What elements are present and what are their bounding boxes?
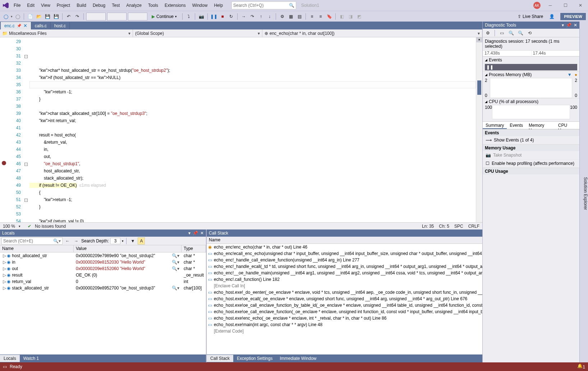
zoom-in-icon[interactable]: 🔍 bbox=[507, 29, 515, 37]
take-snapshot-link[interactable]: 📷Take Snapshot bbox=[483, 151, 579, 159]
callstack-row[interactable]: ▭echo_host.exe!oe_call_enclave_function_… bbox=[207, 302, 482, 309]
callstack-row[interactable]: ▭echo_enc!__oe_handle_main(unsigned __in… bbox=[207, 270, 482, 276]
close-icon[interactable]: ✕ bbox=[200, 231, 204, 236]
callstack-row[interactable]: ◉echo_enc!enc_echo(char * in, char * out… bbox=[207, 244, 482, 250]
search-input[interactable]: Search (Ctrl+Q) 🔍 bbox=[231, 1, 296, 9]
user-avatar[interactable]: AK bbox=[533, 2, 541, 9]
nav-next-icon[interactable]: → bbox=[73, 237, 80, 245]
highlight-icon[interactable]: A bbox=[138, 237, 145, 245]
continue-button[interactable]: ▶ Continue ▾ bbox=[149, 13, 180, 20]
step-icon[interactable]: ⤵ bbox=[185, 13, 192, 20]
mark-b-icon[interactable]: ◨ bbox=[347, 13, 354, 20]
pin-icon[interactable]: 📌 bbox=[17, 24, 21, 28]
pin-icon[interactable]: 📌 bbox=[193, 231, 198, 236]
menu-view[interactable]: View bbox=[38, 1, 53, 9]
config-dropdown[interactable] bbox=[86, 13, 106, 20]
menu-file[interactable]: File bbox=[11, 1, 23, 9]
menu-help[interactable]: Help bbox=[211, 1, 226, 9]
diag-tab-events[interactable]: Events bbox=[507, 122, 526, 129]
maximize-button[interactable]: ☐ bbox=[560, 2, 571, 9]
filter-down-icon[interactable]: ▼ bbox=[568, 72, 572, 77]
step-over-icon[interactable]: ↷ bbox=[249, 13, 256, 20]
menu-project[interactable]: Project bbox=[54, 1, 73, 9]
open-icon[interactable]: 📂 bbox=[35, 13, 42, 20]
notifications-icon[interactable]: 🔔1 bbox=[577, 363, 585, 370]
tab-exception[interactable]: Exception Settings bbox=[233, 355, 276, 362]
minimize-button[interactable]: ─ bbox=[545, 2, 556, 9]
diag-tab-cpu[interactable]: CPU Usage bbox=[555, 122, 579, 129]
callstack-row[interactable]: ▭echo_host.exe!enc_echo(_oe_enclave * en… bbox=[207, 315, 482, 321]
callstack-row[interactable]: ▭echo_enc!ecall_enc_echo(unsigned char *… bbox=[207, 250, 482, 257]
nav-fwd-icon[interactable]: ◯ bbox=[14, 13, 21, 20]
locals-row[interactable]: ▷◉ stack_allocated_str0x00000209e8952700… bbox=[0, 285, 206, 291]
target-dropdown[interactable] bbox=[128, 13, 147, 20]
live-share-button[interactable]: ⇪ Live Share bbox=[518, 14, 543, 19]
callstack-row[interactable]: [External Code] bbox=[207, 328, 482, 334]
locals-row[interactable]: ▷◉ host_allocated_str0x00000209e7989e90 … bbox=[0, 252, 206, 259]
close-icon[interactable]: ✕ bbox=[574, 23, 577, 28]
menu-edit[interactable]: Edit bbox=[24, 1, 37, 9]
filter-icon[interactable]: ▼ bbox=[129, 237, 136, 245]
zoom-level[interactable]: 100 % bbox=[3, 224, 15, 229]
zoom-out-icon[interactable]: 🔍 bbox=[517, 29, 524, 37]
select-tool-icon[interactable]: ▭ bbox=[498, 29, 505, 37]
locals-row[interactable]: ▷◉ resultOE_OK (0)_oe_result bbox=[0, 272, 206, 278]
save-icon[interactable]: 💾 bbox=[44, 13, 51, 20]
run-to-icon[interactable]: ↓ bbox=[266, 13, 273, 20]
tab-callstack[interactable]: Call Stack bbox=[207, 355, 233, 362]
dropdown-icon[interactable]: ▾ bbox=[188, 231, 190, 236]
callstack-row[interactable]: ▭echo_enc!_handle_call_enclave_function(… bbox=[207, 257, 482, 263]
menu-extensions[interactable]: Extensions bbox=[162, 1, 189, 9]
nav-prev-icon[interactable]: ← bbox=[64, 237, 71, 245]
menu-analyze[interactable]: Analyze bbox=[123, 1, 144, 9]
mark-a-icon[interactable]: ◧ bbox=[338, 13, 345, 20]
close-button[interactable]: ✕ bbox=[575, 2, 586, 9]
tool-c-icon[interactable]: ▤ bbox=[296, 13, 303, 20]
close-tab-icon[interactable]: ✕ bbox=[23, 23, 27, 28]
nav-scope[interactable]: (Global Scope)▾ bbox=[133, 29, 262, 37]
editor-scrollbar[interactable]: ▴ bbox=[476, 37, 482, 222]
save-all-icon[interactable]: 💾 bbox=[52, 13, 60, 20]
platform-dropdown[interactable] bbox=[107, 13, 127, 20]
locals-row[interactable]: ▷◉ return_val0int bbox=[0, 278, 206, 285]
heap-profiling-link[interactable]: ☐Enable heap profiling (affects performa… bbox=[483, 159, 579, 168]
nav-back-icon[interactable]: ◯ bbox=[2, 13, 9, 20]
preview-button[interactable]: PREVIEW bbox=[560, 13, 586, 20]
tab-locals[interactable]: Locals bbox=[0, 355, 20, 362]
pin-icon[interactable]: 📌 bbox=[566, 23, 571, 28]
tab-immediate[interactable]: Immediate Window bbox=[276, 355, 320, 362]
menu-test[interactable]: Test bbox=[109, 1, 123, 9]
gear-icon[interactable]: ⚙ bbox=[484, 29, 491, 37]
mark-c-icon[interactable]: ◩ bbox=[355, 13, 363, 20]
tab-host[interactable]: host.c bbox=[51, 22, 70, 29]
tab-watch1[interactable]: Watch 1 bbox=[20, 355, 43, 362]
callstack-row[interactable]: ▭echo_enc!.call_function() Line 182 bbox=[207, 276, 482, 283]
tab-calls[interactable]: calls.c bbox=[31, 22, 51, 29]
screenshot-icon[interactable]: 📷 bbox=[198, 13, 205, 20]
indent-icon[interactable]: ≡ bbox=[308, 13, 316, 20]
record-icon[interactable]: ● bbox=[575, 72, 577, 77]
callstack-row[interactable]: ▭echo_host.exe!oe_ecall(_oe_enclave * en… bbox=[207, 296, 482, 302]
feedback-icon[interactable]: 👤 bbox=[548, 13, 555, 20]
menu-debug[interactable]: Debug bbox=[90, 1, 108, 9]
diag-tab-summary[interactable]: Summary bbox=[483, 122, 507, 129]
depth-value[interactable]: 3 bbox=[110, 238, 121, 244]
new-item-icon[interactable]: 📄 bbox=[27, 13, 34, 20]
callstack-row[interactable]: ▭echo_host.exe!oe_call_enclave_function(… bbox=[207, 309, 482, 315]
reset-zoom-icon[interactable]: ⟲ bbox=[526, 29, 533, 37]
restart-icon[interactable]: ↻ bbox=[228, 13, 235, 20]
redo-icon[interactable]: ↷ bbox=[74, 13, 81, 20]
diag-tab-memory[interactable]: Memory Usage bbox=[526, 122, 555, 129]
show-events-link[interactable]: ⟶Show Events (1 of 4) bbox=[483, 136, 579, 144]
outdent-icon[interactable]: ≡ bbox=[317, 13, 324, 20]
step-out-icon[interactable]: ↑ bbox=[257, 13, 265, 20]
tool-b-icon[interactable]: ▦ bbox=[287, 13, 294, 20]
bookmark-icon[interactable]: 🔖 bbox=[326, 13, 333, 20]
menu-tools[interactable]: Tools bbox=[145, 1, 161, 9]
locals-row[interactable]: ▷◉ out0x00000209e8152060 "Hello World"🔍▾… bbox=[0, 265, 206, 272]
locals-search-input[interactable]: Search (Ctrl+E) 🔍▾ bbox=[1, 237, 63, 245]
tool-a-icon[interactable]: ⚙ bbox=[279, 13, 286, 20]
undo-icon[interactable]: ↶ bbox=[65, 13, 72, 20]
solution-explorer-tab[interactable]: Solution Explorer bbox=[579, 22, 588, 362]
pause-icon[interactable]: ❚❚ bbox=[210, 13, 217, 20]
